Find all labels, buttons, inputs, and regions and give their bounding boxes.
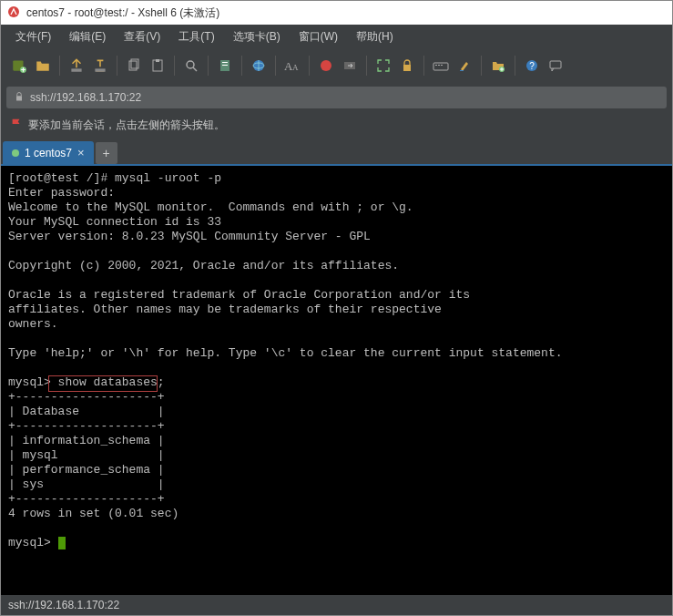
terminal-line: Oracle is a registered trademark of Orac… <box>8 288 470 302</box>
add-tab-button[interactable]: + <box>96 142 117 164</box>
terminal-line: Server version: 8.0.23 MySQL Community S… <box>8 230 371 243</box>
separator <box>309 56 310 76</box>
new-file-button[interactable] <box>487 55 509 77</box>
menu-window[interactable]: 窗口(W) <box>291 26 345 47</box>
table-header: | Database | <box>8 405 165 418</box>
result-line: 4 rows in set (0.01 sec) <box>8 507 178 520</box>
tab-session[interactable]: 1 centos7 × <box>3 141 94 164</box>
svg-rect-12 <box>222 65 228 66</box>
menu-view[interactable]: 查看(V) <box>117 26 168 47</box>
table-separator: +--------------------+ <box>8 390 165 404</box>
lock-icon <box>14 91 25 105</box>
separator <box>208 56 209 76</box>
find-button[interactable] <box>180 55 202 77</box>
separator <box>481 56 482 76</box>
mysql-prompt: mysql> <box>8 536 58 549</box>
mysql-prompt: mysql> <box>8 375 58 389</box>
disconnect-button[interactable] <box>89 55 111 77</box>
new-session-button[interactable] <box>8 55 30 77</box>
separator <box>275 56 276 76</box>
svg-point-9 <box>187 61 194 68</box>
svg-rect-21 <box>435 65 437 66</box>
lock-button[interactable] <box>396 55 418 77</box>
help-button[interactable]: ? <box>521 55 543 77</box>
cursor <box>58 537 66 549</box>
terminal-line: Copyright (c) 2000, 2021, Oracle and/or … <box>8 259 399 272</box>
menubar: 文件(F) 编辑(E) 查看(V) 工具(T) 选项卡(B) 窗口(W) 帮助(… <box>1 25 672 48</box>
svg-rect-23 <box>441 65 443 66</box>
copy-button[interactable] <box>123 55 145 77</box>
terminal-line: Your MySQL connection id is 33 <box>8 215 221 229</box>
address-text: ssh://192.168.1.170:22 <box>30 91 141 104</box>
sql-command: show databases; <box>58 375 165 389</box>
svg-rect-22 <box>438 65 440 66</box>
svg-rect-4 <box>95 68 105 71</box>
svg-rect-28 <box>550 61 561 68</box>
menu-edit[interactable]: 编辑(E) <box>62 26 113 47</box>
svg-rect-19 <box>403 65 411 71</box>
chat-button[interactable] <box>545 55 566 77</box>
separator <box>423 56 424 76</box>
properties-button[interactable] <box>214 55 236 77</box>
separator <box>366 56 367 76</box>
close-icon[interactable]: × <box>77 146 85 159</box>
addressbar: ssh://192.168.1.170:22 <box>1 83 672 112</box>
separator <box>241 56 242 76</box>
svg-text:A: A <box>292 63 299 72</box>
separator <box>515 56 515 76</box>
menu-tabs[interactable]: 选项卡(B) <box>226 26 288 47</box>
open-session-button[interactable] <box>32 55 54 77</box>
svg-point-17 <box>321 60 331 71</box>
table-row: | performance_schema | <box>8 463 165 477</box>
font-button[interactable]: AA <box>281 55 303 77</box>
menu-file[interactable]: 文件(F) <box>8 26 58 47</box>
globe-button[interactable] <box>248 55 270 77</box>
table-separator: +--------------------+ <box>8 419 165 433</box>
menu-help[interactable]: 帮助(H) <box>349 26 401 47</box>
statusbar-text: ssh://192.168.1.170:22 <box>8 599 119 611</box>
table-separator: +--------------------+ <box>8 492 165 506</box>
terminal-line: Type 'help;' or '\h' for help. Type '\c'… <box>8 346 563 360</box>
svg-rect-11 <box>222 62 228 63</box>
table-row: | information_schema | <box>8 434 165 447</box>
infobar-text: 要添加当前会话，点击左侧的箭头按钮。 <box>28 118 225 133</box>
app-window: centos7 - root@test:/ - Xshell 6 (未激活) 文… <box>0 0 673 616</box>
xshell-icon[interactable] <box>315 55 337 77</box>
tabstrip: 1 centos7 × + <box>1 139 672 164</box>
separator <box>117 56 117 76</box>
titlebar: centos7 - root@test:/ - Xshell 6 (未激活) <box>1 1 672 25</box>
terminal-line: owners. <box>8 317 58 331</box>
transfer-button[interactable] <box>339 55 361 77</box>
highlight-button[interactable] <box>454 55 475 77</box>
paste-button[interactable] <box>147 55 168 77</box>
svg-rect-29 <box>16 96 22 100</box>
svg-rect-8 <box>156 59 159 62</box>
app-icon <box>6 5 21 22</box>
toolbar: AA ? <box>1 48 672 83</box>
menu-tools[interactable]: 工具(T) <box>171 26 221 47</box>
separator <box>59 56 60 76</box>
table-row: | sys | <box>8 477 165 491</box>
svg-rect-20 <box>433 63 448 70</box>
statusbar: ssh://192.168.1.170:22 <box>1 595 672 615</box>
table-row: | mysql | <box>8 448 165 462</box>
separator <box>174 56 175 76</box>
tab-label: 1 centos7 <box>25 147 72 159</box>
terminal-line: Enter password: <box>8 186 115 200</box>
keyboard-button[interactable] <box>430 55 452 77</box>
svg-text:?: ? <box>529 61 535 71</box>
svg-rect-3 <box>71 68 81 71</box>
flag-icon <box>10 118 23 133</box>
terminal-line: [root@test /]# mysql -uroot -p <box>8 171 221 185</box>
fullscreen-button[interactable] <box>372 55 394 77</box>
terminal-line: affiliates. Other names may be trademark… <box>8 303 442 316</box>
window-title: centos7 - root@test:/ - Xshell 6 (未激活) <box>26 5 219 21</box>
reconnect-button[interactable] <box>66 55 87 77</box>
infobar: 要添加当前会话，点击左侧的箭头按钮。 <box>1 112 672 139</box>
terminal[interactable]: [root@test /]# mysql -uroot -p Enter pas… <box>1 164 672 595</box>
terminal-line: Welcome to the MySQL monitor. Commands e… <box>8 200 413 214</box>
address-input[interactable]: ssh://192.168.1.170:22 <box>6 87 667 108</box>
connected-icon <box>12 149 19 157</box>
svg-rect-24 <box>460 70 464 71</box>
